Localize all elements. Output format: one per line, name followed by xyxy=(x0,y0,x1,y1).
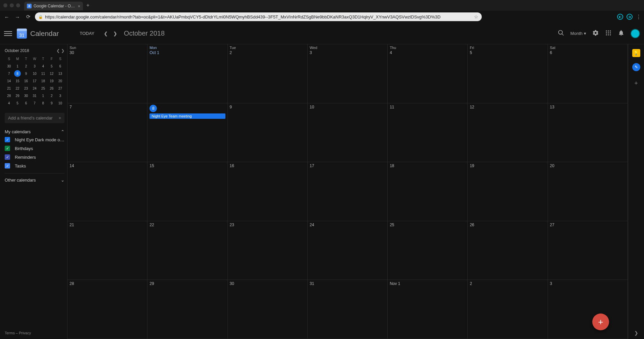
mini-day[interactable]: 8 xyxy=(13,70,22,77)
checkbox-icon[interactable]: ✓ xyxy=(5,163,10,168)
other-calendars-header[interactable]: Other calendars ⌄ xyxy=(5,173,65,183)
mini-day[interactable]: 9 xyxy=(47,99,56,107)
calendar-item[interactable]: ✓Night Eye Dark mode on an... xyxy=(5,137,65,142)
day-cell[interactable]: 23 xyxy=(228,221,308,280)
close-window-icon[interactable] xyxy=(3,3,7,7)
mini-day[interactable]: 7 xyxy=(30,99,39,107)
day-cell[interactable]: Sat6 xyxy=(548,44,628,103)
day-cell[interactable]: 11 xyxy=(388,103,468,162)
checkbox-icon[interactable]: ✓ xyxy=(5,137,10,142)
browser-tab[interactable]: 8 Google Calendar - October 20 × xyxy=(24,2,83,10)
mini-calendar[interactable]: SMTWTFS301234567891011121314151617181920… xyxy=(5,55,65,107)
day-cell[interactable]: 7 xyxy=(68,103,147,162)
mini-day[interactable]: 7 xyxy=(5,70,13,77)
add-addon-button[interactable]: + xyxy=(634,80,638,87)
mini-day[interactable]: 6 xyxy=(56,62,65,70)
account-avatar[interactable] xyxy=(631,29,640,38)
settings-button[interactable] xyxy=(592,30,599,38)
mini-day[interactable]: 3 xyxy=(30,62,39,70)
day-cell[interactable]: 31 xyxy=(308,280,388,339)
day-cell[interactable]: 10 xyxy=(308,103,388,162)
window-controls[interactable] xyxy=(3,3,20,7)
notifications-button[interactable] xyxy=(618,30,625,38)
mini-day[interactable]: 13 xyxy=(56,70,65,77)
mini-day[interactable]: 4 xyxy=(39,62,47,70)
mini-day[interactable]: 22 xyxy=(13,85,22,92)
day-cell[interactable]: 28 xyxy=(68,280,147,339)
calendar-item[interactable]: ✓Birthdays xyxy=(5,146,65,151)
extension-icon[interactable]: ◑ xyxy=(627,14,633,20)
forward-button[interactable]: → xyxy=(13,13,22,21)
mini-day[interactable]: 6 xyxy=(22,99,30,107)
day-cell[interactable]: 24 xyxy=(308,221,388,280)
mini-day[interactable]: 15 xyxy=(13,77,22,85)
day-cell[interactable]: 30 xyxy=(228,280,308,339)
mini-day[interactable]: 2 xyxy=(47,92,56,99)
day-cell[interactable]: 17 xyxy=(308,162,388,221)
day-cell[interactable]: 20 xyxy=(548,162,628,221)
mini-day[interactable]: 17 xyxy=(30,77,39,85)
new-tab-button[interactable]: + xyxy=(86,2,89,8)
day-cell[interactable]: 9 xyxy=(228,103,308,162)
mini-day[interactable]: 21 xyxy=(5,85,13,92)
day-cell[interactable]: Thu4 xyxy=(388,44,468,103)
checkbox-icon[interactable]: ✓ xyxy=(5,146,10,151)
mini-day[interactable]: 29 xyxy=(13,92,22,99)
mini-day[interactable]: 11 xyxy=(39,70,47,77)
day-cell[interactable]: 8Night Eye Team meeting xyxy=(147,103,227,162)
mini-day[interactable]: 19 xyxy=(47,77,56,85)
mini-day[interactable]: 1 xyxy=(13,62,22,70)
reload-button[interactable]: ⟳ xyxy=(24,13,32,21)
tasks-icon[interactable]: ✎ xyxy=(632,63,640,71)
day-cell[interactable]: Wed3 xyxy=(308,44,388,103)
day-cell[interactable]: Fri5 xyxy=(468,44,548,103)
day-cell[interactable]: 18 xyxy=(388,162,468,221)
mini-day[interactable]: 23 xyxy=(22,85,30,92)
extension-icon[interactable]: ◐ xyxy=(617,14,623,20)
day-cell[interactable]: MonOct 1 xyxy=(147,44,227,103)
mini-day[interactable]: 18 xyxy=(39,77,47,85)
close-tab-icon[interactable]: × xyxy=(78,4,80,9)
day-cell[interactable]: 16 xyxy=(228,162,308,221)
today-button[interactable]: TODAY xyxy=(76,29,98,38)
day-cell[interactable]: 15 xyxy=(147,162,227,221)
mini-day[interactable]: 4 xyxy=(5,99,13,107)
expand-panel-button[interactable]: ❯ xyxy=(634,330,638,336)
mini-day[interactable]: 10 xyxy=(30,70,39,77)
mini-day[interactable]: 16 xyxy=(22,77,30,85)
address-bar[interactable]: 🔒 https://calendar.google.com/calendar/r… xyxy=(35,12,482,21)
minimize-window-icon[interactable] xyxy=(10,3,14,7)
mini-prev-button[interactable]: ❮ xyxy=(56,48,60,53)
mini-day[interactable]: 20 xyxy=(56,77,65,85)
mini-day[interactable]: 14 xyxy=(5,77,13,85)
day-cell[interactable]: 21 xyxy=(68,221,147,280)
day-cell[interactable]: 22 xyxy=(147,221,227,280)
day-cell[interactable]: Nov 1 xyxy=(388,280,468,339)
next-period-button[interactable]: ❯ xyxy=(111,29,120,38)
day-cell[interactable]: 3 xyxy=(548,280,628,339)
day-cell[interactable]: 29 xyxy=(147,280,227,339)
keep-icon[interactable]: 💡 xyxy=(632,49,640,57)
search-button[interactable] xyxy=(558,30,564,38)
sidebar-footer[interactable]: Terms – Privacy xyxy=(5,331,65,335)
back-button[interactable]: ← xyxy=(3,13,11,21)
add-friend-calendar-input[interactable]: Add a friend's calendar + xyxy=(5,113,65,123)
day-cell[interactable]: 13 xyxy=(548,103,628,162)
maximize-window-icon[interactable] xyxy=(16,3,20,7)
bookmark-star-icon[interactable]: ☆ xyxy=(474,14,478,19)
day-cell[interactable]: 27 xyxy=(548,221,628,280)
day-cell[interactable]: 19 xyxy=(468,162,548,221)
day-cell[interactable]: 2 xyxy=(468,280,548,339)
apps-button[interactable] xyxy=(605,30,612,38)
mini-day[interactable]: 12 xyxy=(47,70,56,77)
mini-day[interactable]: 24 xyxy=(30,85,39,92)
browser-menu-button[interactable]: ⋮ xyxy=(636,14,641,20)
view-selector[interactable]: Month ▾ xyxy=(570,31,586,36)
mini-day[interactable]: 1 xyxy=(39,92,47,99)
menu-button[interactable] xyxy=(4,30,12,38)
mini-day[interactable]: 31 xyxy=(30,92,39,99)
mini-day[interactable]: 26 xyxy=(47,85,56,92)
mini-day[interactable]: 10 xyxy=(56,99,65,107)
day-cell[interactable]: 26 xyxy=(468,221,548,280)
my-calendars-header[interactable]: My calendars ⌃ xyxy=(5,129,65,134)
